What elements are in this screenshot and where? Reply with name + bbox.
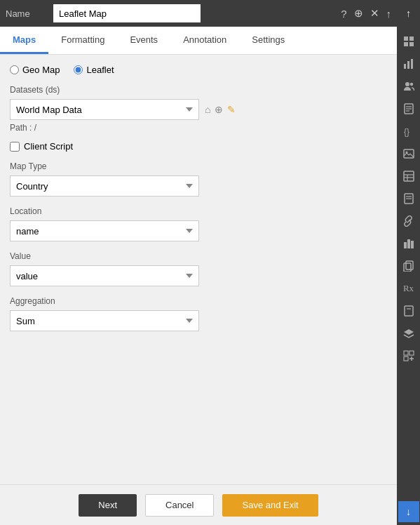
svg-rect-4 — [404, 64, 406, 69]
sidebar-icon-table[interactable] — [398, 166, 419, 187]
help-icon[interactable]: ? — [341, 8, 346, 20]
tabs-bar: Maps Formatting Events Annotation Settin… — [0, 27, 397, 55]
sidebar-bottom-arrow[interactable]: ↓ — [398, 501, 419, 522]
content-area: Geo Map Leaflet Datasets (ds) World Map … — [0, 55, 397, 484]
tab-settings[interactable]: Settings — [239, 27, 297, 54]
geo-map-label: Geo Map — [22, 65, 60, 75]
name-input[interactable] — [53, 4, 201, 22]
map-type-select[interactable]: Country Region City — [10, 175, 199, 197]
svg-point-8 — [409, 83, 412, 86]
svg-rect-2 — [404, 42, 408, 46]
svg-rect-24 — [407, 239, 410, 248]
sidebar-icon-grid-plus[interactable] — [398, 345, 419, 366]
svg-rect-27 — [404, 263, 411, 272]
map-type-group: Map Type Country Region City — [10, 161, 387, 197]
svg-rect-32 — [404, 357, 408, 361]
client-script-row: Client Script — [10, 141, 387, 152]
sidebar-icon-link[interactable] — [398, 211, 419, 232]
svg-text:{}: {} — [404, 127, 409, 137]
svg-rect-3 — [409, 42, 414, 46]
svg-rect-31 — [409, 351, 414, 355]
top-arrow-icon[interactable]: ↑ — [386, 8, 392, 20]
datasets-row: World Map Data ⌂ ⊕ ✎ — [10, 99, 387, 120]
sidebar-icon-dashboard[interactable] — [398, 31, 419, 52]
svg-rect-23 — [404, 242, 407, 248]
tab-events[interactable]: Events — [117, 27, 170, 54]
svg-rect-14 — [404, 149, 414, 158]
aggregation-group: Aggregation Sum Count Average Min Max — [10, 296, 387, 331]
tab-maps[interactable]: Maps — [0, 27, 48, 54]
sidebar-icon-doc[interactable] — [398, 98, 419, 119]
value-select[interactable]: value count sum — [10, 265, 199, 286]
leaflet-radio[interactable] — [74, 65, 83, 74]
sidebar: ↑ {} Rx ↓ — [397, 0, 420, 525]
leaflet-label: Leaflet — [86, 65, 114, 75]
sidebar-icon-chart[interactable] — [398, 53, 419, 74]
cancel-button[interactable]: Cancel — [145, 494, 214, 517]
name-label: Name — [6, 8, 48, 19]
svg-rect-28 — [405, 306, 413, 316]
geo-map-option[interactable]: Geo Map — [10, 65, 60, 75]
leaflet-option[interactable]: Leaflet — [74, 65, 114, 75]
svg-rect-0 — [404, 36, 408, 41]
title-icons: ? ⊕ ✕ ↑ — [341, 7, 391, 20]
svg-rect-16 — [404, 171, 414, 181]
path-row: Path : / — [10, 123, 387, 133]
sidebar-icon-code[interactable]: {} — [398, 121, 419, 142]
tab-formatting[interactable]: Formatting — [48, 27, 117, 54]
save-exit-button[interactable]: Save and Exit — [222, 494, 318, 517]
aggregation-label: Aggregation — [10, 296, 387, 306]
location-label: Location — [10, 206, 387, 216]
map-type-label: Map Type — [10, 161, 387, 171]
sidebar-icon-barchart[interactable] — [398, 233, 419, 254]
datasets-label: Datasets (ds) — [10, 85, 387, 95]
tab-annotation[interactable]: Annotation — [170, 27, 239, 54]
svg-rect-6 — [411, 59, 413, 69]
sidebar-icon-rx[interactable]: Rx — [398, 278, 419, 299]
geo-map-radio[interactable] — [10, 65, 19, 74]
edit-dataset-icon[interactable]: ✎ — [227, 104, 236, 115]
sidebar-icon-people[interactable] — [398, 76, 419, 97]
location-group: Location name id code — [10, 206, 387, 241]
title-bar: Name ? ⊕ ✕ ↑ — [0, 0, 397, 27]
sidebar-icon-layers[interactable] — [398, 323, 419, 344]
footer: Next Cancel Save and Exit — [0, 484, 397, 525]
sidebar-top-arrow[interactable]: ↑ — [398, 3, 419, 24]
dataset-icons: ⌂ ⊕ ✎ — [205, 104, 236, 115]
sidebar-icon-report[interactable] — [398, 188, 419, 209]
location-select[interactable]: name id code — [10, 220, 199, 241]
svg-rect-1 — [409, 36, 414, 41]
value-group: Value value count sum — [10, 251, 387, 286]
sidebar-icon-image[interactable] — [398, 143, 419, 164]
add-dataset-icon[interactable]: ⊕ — [215, 104, 223, 115]
map-type-radio-group: Geo Map Leaflet — [10, 65, 387, 75]
sidebar-icon-copy[interactable] — [398, 255, 419, 277]
value-label: Value — [10, 251, 387, 261]
close-icon[interactable]: ✕ — [370, 7, 379, 20]
svg-rect-30 — [404, 351, 408, 355]
svg-rect-25 — [411, 241, 414, 248]
home-icon[interactable]: ⌂ — [205, 104, 210, 115]
sidebar-icon-note[interactable] — [398, 300, 419, 321]
aggregation-select[interactable]: Sum Count Average Min Max — [10, 310, 199, 331]
client-script-label: Client Script — [24, 141, 73, 152]
svg-point-7 — [405, 82, 409, 86]
move-icon[interactable]: ⊕ — [354, 7, 363, 20]
svg-rect-26 — [406, 261, 413, 270]
client-script-checkbox[interactable] — [10, 142, 20, 152]
svg-rect-5 — [407, 61, 409, 69]
next-button[interactable]: Next — [79, 494, 137, 517]
datasets-select[interactable]: World Map Data — [10, 99, 199, 120]
